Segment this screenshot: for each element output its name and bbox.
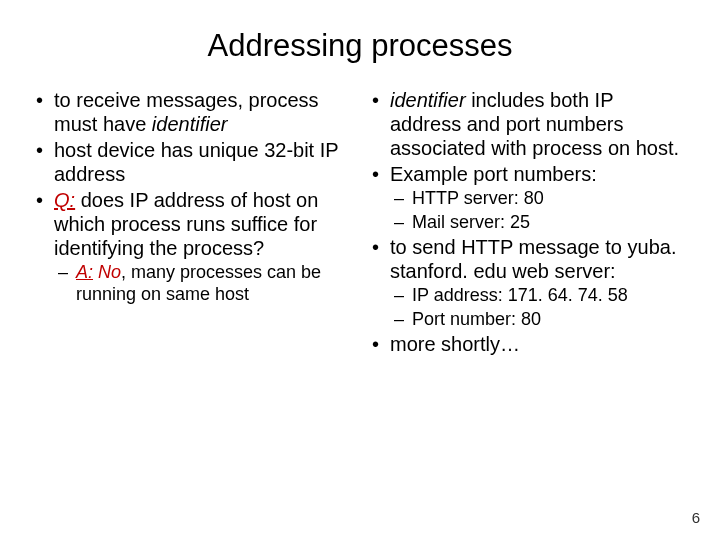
bullet-item: host device has unique 32-bit IP address [32, 138, 352, 186]
sub-bullet-item: A: No, many processes can be running on … [54, 262, 352, 305]
sub-list: HTTP server: 80 Mail server: 25 [390, 188, 688, 233]
text: IP address: 171. 64. 74. 58 [412, 285, 628, 305]
sub-bullet-item: Port number: 80 [390, 309, 688, 331]
page-number: 6 [692, 509, 700, 526]
text: Example port numbers: [390, 163, 597, 185]
text: HTTP server: 80 [412, 188, 544, 208]
bullet-item: identifier includes both IP address and … [368, 88, 688, 160]
a-label: A: [76, 262, 93, 282]
bullet-item: to send HTTP message to yuba. stanford. … [368, 235, 688, 330]
sub-bullet-item: HTTP server: 80 [390, 188, 688, 210]
sub-list: A: No, many processes can be running on … [54, 262, 352, 305]
identifier-term: identifier [390, 89, 466, 111]
text: more shortly… [390, 333, 520, 355]
text: Mail server: 25 [412, 212, 530, 232]
left-column: to receive messages, process must have i… [32, 88, 352, 358]
right-column: identifier includes both IP address and … [368, 88, 688, 358]
text: host device has unique 32-bit IP address [54, 139, 338, 185]
content-columns: to receive messages, process must have i… [32, 88, 688, 358]
left-bullet-list: to receive messages, process must have i… [32, 88, 352, 305]
text: Port number: 80 [412, 309, 541, 329]
slide-title: Addressing processes [32, 28, 688, 64]
text: to send HTTP message to yuba. stanford. … [390, 236, 676, 282]
bullet-item: Example port numbers: HTTP server: 80 Ma… [368, 162, 688, 233]
q-label: Q: [54, 189, 75, 211]
sub-bullet-item: Mail server: 25 [390, 212, 688, 234]
bullet-item: more shortly… [368, 332, 688, 356]
a-no: No [93, 262, 121, 282]
bullet-item: Q: does IP address of host on which proc… [32, 188, 352, 305]
identifier-term: identifier [152, 113, 228, 135]
bullet-item: to receive messages, process must have i… [32, 88, 352, 136]
text: does IP address of host on which process… [54, 189, 318, 259]
slide: Addressing processes to receive messages… [0, 0, 720, 540]
right-bullet-list: identifier includes both IP address and … [368, 88, 688, 356]
sub-list: IP address: 171. 64. 74. 58 Port number:… [390, 285, 688, 330]
sub-bullet-item: IP address: 171. 64. 74. 58 [390, 285, 688, 307]
